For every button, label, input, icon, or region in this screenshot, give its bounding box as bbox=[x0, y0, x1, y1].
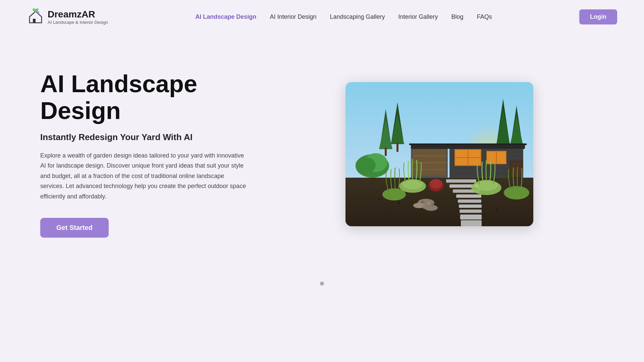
svg-point-79 bbox=[495, 208, 497, 210]
hero-description: Explore a wealth of garden design ideas … bbox=[40, 150, 248, 202]
svg-point-64 bbox=[430, 179, 442, 188]
nav-faqs[interactable]: FAQs bbox=[477, 13, 492, 20]
svg-point-3 bbox=[37, 11, 39, 14]
svg-point-75 bbox=[378, 198, 380, 200]
svg-rect-56 bbox=[459, 204, 482, 208]
logo-icon bbox=[27, 8, 44, 25]
svg-rect-58 bbox=[460, 215, 482, 220]
scroll-indicator bbox=[0, 275, 644, 292]
scroll-dot bbox=[320, 282, 324, 286]
svg-rect-9 bbox=[385, 147, 387, 156]
hero-subtitle: Instantly Redesign Your Yard With AI bbox=[40, 132, 248, 142]
svg-point-76 bbox=[388, 212, 390, 214]
svg-point-78 bbox=[409, 216, 410, 217]
get-started-button[interactable]: Get Started bbox=[40, 218, 109, 238]
svg-rect-57 bbox=[460, 209, 482, 213]
hero-content: AI Landscape Design Instantly Redesign Y… bbox=[40, 71, 248, 237]
svg-point-70 bbox=[422, 205, 426, 209]
svg-rect-51 bbox=[446, 179, 476, 183]
svg-rect-12 bbox=[396, 142, 398, 152]
svg-point-1 bbox=[33, 8, 35, 11]
svg-rect-49 bbox=[511, 162, 522, 177]
svg-rect-47 bbox=[409, 143, 527, 145]
svg-point-67 bbox=[424, 205, 438, 211]
svg-point-2 bbox=[36, 8, 39, 11]
main-nav: AI Landscape Design AI Interior Design L… bbox=[195, 13, 492, 20]
svg-point-62 bbox=[382, 188, 406, 200]
hero-image-container bbox=[275, 82, 604, 226]
nav-blog[interactable]: Blog bbox=[451, 13, 464, 20]
nav-ai-interior[interactable]: AI Interior Design bbox=[270, 13, 316, 20]
nav-interior-gallery[interactable]: Interior Gallery bbox=[398, 13, 438, 20]
hero-section: AI Landscape Design Instantly Redesign Y… bbox=[0, 34, 644, 275]
hero-title: AI Landscape Design bbox=[40, 71, 248, 124]
svg-point-80 bbox=[506, 202, 507, 203]
nav-landscaping-gallery[interactable]: Landscaping Gallery bbox=[330, 13, 385, 20]
svg-point-21 bbox=[356, 157, 376, 173]
svg-point-74 bbox=[504, 186, 529, 199]
site-header: DreamzAR AI Landscape & Interior Design … bbox=[0, 0, 644, 34]
logo-text: DreamzAR AI Landscape & Interior Design bbox=[48, 9, 108, 25]
brand-name: DreamzAR bbox=[48, 9, 108, 20]
svg-point-69 bbox=[427, 202, 430, 205]
svg-point-77 bbox=[398, 202, 400, 204]
brand-tagline: AI Landscape & Interior Design bbox=[48, 20, 108, 25]
svg-rect-54 bbox=[456, 194, 481, 198]
svg-point-71 bbox=[431, 203, 434, 206]
nav-ai-landscape[interactable]: AI Landscape Design bbox=[195, 13, 256, 20]
logo: DreamzAR AI Landscape & Interior Design bbox=[27, 8, 108, 25]
svg-rect-55 bbox=[458, 199, 481, 203]
hero-landscape-image bbox=[345, 82, 533, 226]
svg-point-68 bbox=[421, 200, 424, 204]
login-button[interactable]: Login bbox=[579, 9, 617, 24]
svg-rect-59 bbox=[461, 220, 482, 226]
